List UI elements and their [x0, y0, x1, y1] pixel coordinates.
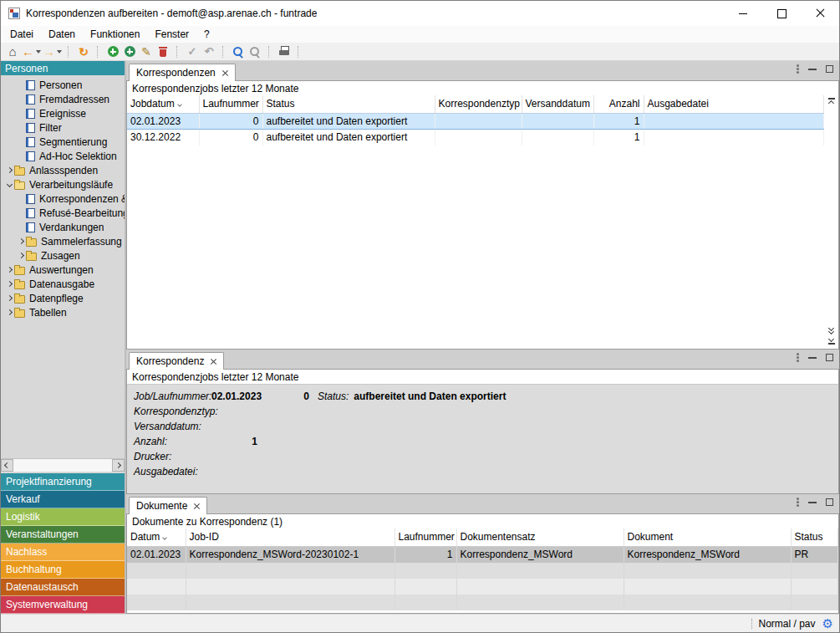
table-cell: Korrespondenz_MSWord-20230102-1 [186, 547, 395, 563]
sidebar-item-segmentierung[interactable]: Segmentierung [1, 135, 125, 149]
tree-expand-icon[interactable] [4, 310, 14, 314]
delete-button[interactable] [155, 43, 171, 60]
edit-button[interactable] [138, 43, 155, 60]
sidebar-item-sammelerfassung[interactable]: Sammelerfassung [1, 234, 125, 248]
tree-expand-icon[interactable] [16, 253, 26, 258]
column-header-status[interactable]: Status [791, 528, 838, 547]
module-verkauf[interactable]: Verkauf [1, 491, 125, 508]
sidebar-header-personen[interactable]: Personen [1, 61, 125, 75]
tab-dokumente[interactable]: Dokumente [129, 497, 207, 514]
dropdown-caret-icon[interactable] [36, 50, 41, 54]
column-header-laufnummer[interactable]: Laufnummer [199, 95, 262, 114]
settings-gear-icon[interactable] [822, 616, 833, 631]
sidebar-item-datenpflege[interactable]: Datenpflege [1, 291, 125, 305]
column-header-dokument[interactable]: Dokument [624, 528, 791, 547]
sidebar-item-verarbeitungsläufe[interactable]: Verarbeitungsläufe [1, 177, 125, 191]
menu-item-daten[interactable]: Daten [41, 27, 83, 42]
column-header-korrespondenztyp[interactable]: Korrespondenztyp [435, 95, 522, 114]
column-header-job-id[interactable]: Job-ID [186, 528, 395, 547]
column-header-ausgabedatei[interactable]: Ausgabedatei [644, 95, 824, 114]
sidebar-item-datenausgabe[interactable]: Datenausgabe [1, 277, 125, 291]
sidebar-item-ad-hoc-selektion[interactable]: Ad-Hoc Selektion [1, 149, 125, 163]
home-button[interactable] [4, 43, 21, 60]
panel-maximize-icon[interactable] [826, 354, 833, 361]
module-projektfinanzierung[interactable]: Projektfinanzierung [1, 473, 125, 491]
sidebar-item-refusé-bearbeitung[interactable]: Refusé-Bearbeitung [1, 206, 125, 220]
dokumente-tabrow: Dokumente [126, 494, 839, 513]
tree-expand-icon[interactable] [4, 268, 14, 272]
tab-close-icon[interactable] [210, 358, 216, 365]
sidebar-item-zusagen[interactable]: Zusagen [1, 248, 125, 263]
tab-korrespondenzen[interactable]: Korrespondenzen [129, 64, 236, 81]
tree-collapse-icon[interactable] [4, 182, 14, 186]
menu-item-fenster[interactable]: Fenster [147, 27, 196, 42]
tree-expand-icon[interactable] [4, 282, 14, 286]
sidebar-item-filter[interactable]: Filter [1, 120, 125, 135]
scroll-to-last-button[interactable] [828, 335, 835, 346]
search-active-button[interactable] [230, 43, 247, 60]
sidebar-item-tabellen[interactable]: Tabellen [1, 305, 125, 319]
module-veranstaltungen[interactable]: Veranstaltungen [1, 526, 125, 544]
column-header-label: Laufnummer [203, 98, 259, 110]
sidebar-item-anlassspenden[interactable]: Anlassspenden [1, 163, 125, 177]
back-button[interactable] [21, 43, 42, 60]
column-header-jobdatum[interactable]: Jobdatum [127, 95, 199, 114]
refresh-button[interactable] [75, 43, 92, 60]
sidebar-item-personen[interactable]: Personen [1, 78, 125, 92]
add-copy-button[interactable] [121, 43, 138, 60]
column-header-anzahl[interactable]: Anzahl [593, 95, 644, 114]
table-row[interactable]: 02.01.2023Korrespondenz_MSWord-20230102-… [127, 547, 838, 563]
menu-item-hilfe[interactable]: ? [196, 27, 217, 42]
column-header-laufnummer[interactable]: Laufnummer [395, 528, 456, 547]
menu-item-funktionen[interactable]: Funktionen [83, 27, 147, 42]
add-record-button[interactable] [104, 43, 121, 60]
sidebar-item-verdankungen[interactable]: Verdankungen [1, 220, 125, 234]
sidebar-item-auswertungen[interactable]: Auswertungen [1, 263, 125, 277]
module-nachlass[interactable]: Nachlass [1, 544, 125, 561]
print-button[interactable] [276, 43, 293, 60]
search-inactive-button[interactable] [247, 43, 263, 60]
module-logistik[interactable]: Logistik [1, 508, 125, 526]
table-row[interactable]: 02.01.20230aufbereitet und Daten exporti… [127, 114, 824, 130]
column-header-dokumentensatz[interactable]: Dokumentensatz [456, 528, 624, 547]
sidebar-hscrollbar[interactable] [1, 458, 125, 472]
dropdown-caret-icon[interactable] [57, 50, 62, 54]
panel-minimize-icon[interactable] [808, 502, 817, 503]
window-maximize-button[interactable] [762, 1, 801, 26]
panel-minimize-icon[interactable] [808, 69, 817, 70]
undo-button[interactable] [201, 43, 217, 60]
panel-minimize-icon[interactable] [808, 357, 817, 359]
window-close-button[interactable] [801, 1, 839, 26]
tree-expand-icon[interactable] [16, 239, 26, 243]
tree-expand-icon[interactable] [4, 168, 14, 172]
sidebar-item-korrespondenzen[interactable]: Korrespondenzen & [1, 191, 125, 206]
scrollbar-track[interactable] [13, 459, 112, 472]
module-buchhaltung[interactable]: Buchhaltung [1, 561, 125, 579]
sidebar-item-ereignisse[interactable]: Ereignisse [1, 106, 125, 120]
tab-korrespondenz[interactable]: Korrespondenz [129, 352, 224, 370]
panel-menu-icon[interactable] [797, 353, 799, 355]
table-row[interactable]: 30.12.20220aufbereitet und Daten exporti… [127, 130, 824, 145]
module-systemverwaltung[interactable]: Systemverwaltung [1, 596, 125, 614]
sidebar-item-fremdadressen[interactable]: Fremdadressen [1, 92, 125, 106]
window-minimize-button[interactable] [724, 1, 762, 26]
forward-button[interactable] [42, 43, 63, 60]
tree-expand-icon[interactable] [4, 296, 14, 300]
column-header-versanddatum[interactable]: Versanddatum [522, 95, 593, 114]
scroll-to-first-button[interactable] [828, 96, 835, 107]
tab-close-icon[interactable] [221, 69, 228, 76]
menu-item-datei[interactable]: Datei [3, 27, 41, 42]
column-header-status[interactable]: Status [262, 95, 435, 114]
panel-maximize-icon[interactable] [826, 65, 833, 73]
panel-menu-icon[interactable] [797, 498, 799, 500]
scroll-right-button[interactable] [112, 459, 125, 472]
column-header-datum[interactable]: Datum [127, 528, 186, 547]
field-versanddatum: Versanddatum: [134, 419, 832, 434]
panel-menu-icon[interactable] [797, 64, 799, 67]
tab-close-icon[interactable] [193, 503, 200, 509]
page-down-button[interactable] [829, 324, 833, 335]
scroll-left-button[interactable] [1, 459, 13, 472]
panel-maximize-icon[interactable] [826, 498, 833, 506]
module-datenaustausch[interactable]: Datenaustausch [1, 579, 125, 596]
confirm-button[interactable] [184, 43, 201, 60]
